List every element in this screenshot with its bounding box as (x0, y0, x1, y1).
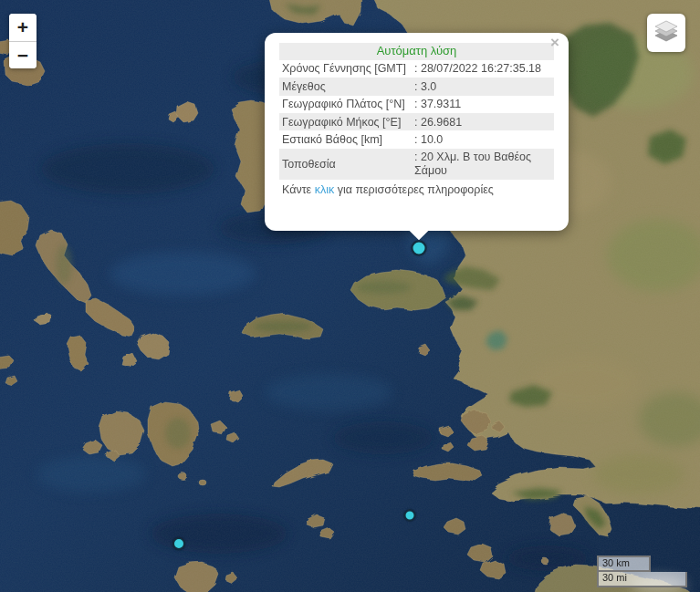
popup-close-button[interactable]: × (548, 36, 562, 50)
popup-row: Χρόνος Γέννησης [GMT] : 28/07/2022 16:27… (279, 60, 554, 78)
footer-text: για περισσότερες πληροφορίες (334, 183, 494, 196)
zoom-in-button[interactable]: + (9, 14, 37, 41)
scale-imperial: 30 mi (597, 572, 687, 587)
popup-title: Αυτόματη λύση (279, 43, 554, 60)
row-label: Χρόνος Γέννησης [GMT] (279, 61, 413, 76)
zoom-out-button[interactable]: − (9, 41, 37, 68)
row-label: Γεωγραφικό Μήκος [°E] (279, 115, 413, 130)
earthquake-popup: × Αυτόματη λύση Χρόνος Γέννησης [GMT] : … (265, 33, 569, 231)
row-label: Μέγεθος (279, 79, 413, 94)
popup-row: Εστιακό Βάθος [km] : 10.0 (279, 130, 554, 148)
popup-row: Γεωγραφικό Μήκος [°E] : 26.9681 (279, 113, 554, 130)
popup-content: × Αυτόματη λύση Χρόνος Γέννησης [GMT] : … (265, 33, 569, 231)
row-value: : 3.0 (413, 79, 554, 94)
popup-footer: Κάντε κλικ για περισσότερες πληροφορίες (279, 180, 554, 196)
zoom-control: + − (9, 14, 37, 68)
row-label: Εστιακό Βάθος [km] (279, 132, 413, 147)
row-value: : 26.9681 (413, 115, 554, 130)
popup-table: Χρόνος Γέννησης [GMT] : 28/07/2022 16:27… (279, 60, 554, 180)
scale-control: 30 km 30 mi (597, 556, 687, 588)
row-label: Τοποθεσία (279, 157, 413, 171)
more-info-link[interactable]: κλικ (315, 183, 335, 196)
earthquake-marker[interactable] (172, 537, 185, 550)
earthquake-marker[interactable] (404, 510, 416, 522)
layers-icon (653, 17, 680, 48)
map-canvas[interactable]: × Αυτόματη λύση Χρόνος Γέννησης [GMT] : … (0, 0, 700, 592)
scale-metric: 30 km (597, 556, 651, 573)
row-value: : 20 Χλμ. Β του Βαθέος Σάμου (413, 150, 554, 178)
row-value: : 10.0 (413, 132, 554, 147)
popup-row: Μέγεθος : 3.0 (279, 78, 554, 95)
row-value: : 37.9311 (413, 97, 554, 111)
row-label: Γεωγραφικό Πλάτος [°N] (279, 97, 413, 111)
popup-row: Τοποθεσία : 20 Χλμ. Β του Βαθέος Σάμου (279, 149, 554, 180)
row-value: : 28/07/2022 16:27:35.18 (413, 61, 554, 76)
earthquake-marker-selected[interactable] (412, 241, 427, 256)
footer-text: Κάντε (282, 183, 315, 196)
popup-row: Γεωγραφικό Πλάτος [°N] : 37.9311 (279, 96, 554, 113)
layers-control-button[interactable] (647, 14, 685, 52)
